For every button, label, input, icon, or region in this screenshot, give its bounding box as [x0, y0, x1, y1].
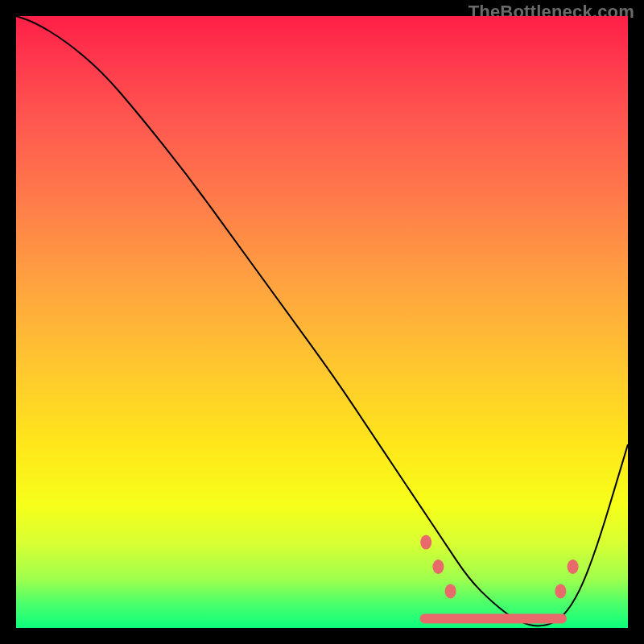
chart-frame: TheBottleneck.com — [0, 0, 644, 644]
chart-gradient-background — [16, 16, 628, 628]
